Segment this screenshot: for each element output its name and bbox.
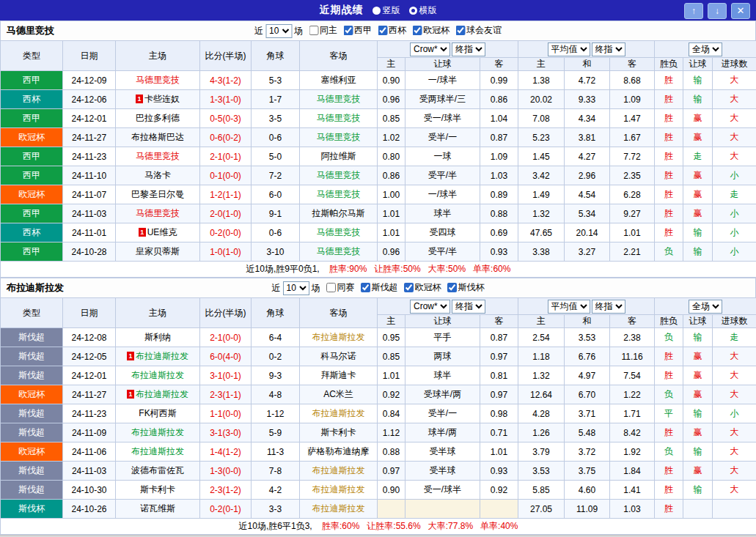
team-link[interactable]: 马德里竞技 [317,132,361,142]
summary-stat: 让胜率:50% [374,264,420,274]
date-cell: 24-12-08 [63,328,116,347]
move-up-button[interactable]: ↑ [684,3,703,19]
handicap-home-odds-cell: 1.01 [378,204,405,223]
team-link[interactable]: FK柯西斯 [139,408,176,418]
team-link[interactable]: 马德里竞技 [136,75,180,85]
team-link[interactable]: 塞维利亚 [321,75,356,85]
layout-radio-horizontal[interactable]: 横版 [409,4,437,17]
asian-result-cell: 输 [683,481,713,500]
avg-home-odds-cell: 4.28 [518,404,565,423]
avg-away-odds-cell: 11.16 [610,347,655,366]
away-team-cell: 斯卡利卡 [300,423,378,442]
filter-checkbox-slovak-cup[interactable] [447,283,457,292]
filter-same-competition[interactable]: 同赛 [326,281,355,294]
avg-home-odds-cell: 47.65 [518,223,565,242]
team-link[interactable]: 拜斯迪卡 [321,370,356,380]
layout-radio-vertical[interactable]: 竖版 [373,4,400,17]
odds-time-select[interactable]: 终指 [452,42,485,56]
team-link[interactable]: 马德里竞技 [317,94,361,104]
team-link[interactable]: 阿拉维斯 [321,151,356,161]
matches-label: 场 [312,282,320,295]
team-link[interactable]: 布拉迪斯拉发 [131,427,184,437]
avg-away-odds-cell: 1.41 [610,481,655,500]
away-team-cell: 拉斯帕尔马斯 [300,204,378,223]
summary-row: 近10场,胜6平1负3, 胜率:60%让胜率:55.6%大率:77.8%单率:4… [1,519,756,535]
scope-select[interactable]: 全场 [689,300,722,314]
team-link[interactable]: 马德里竞技 [317,227,361,237]
odds-company-select[interactable]: Crow* [410,300,450,314]
filter-same-home[interactable]: 同主 [309,24,337,37]
filter-checkbox-copa-del-rey[interactable] [378,26,387,35]
team-link[interactable]: 萨格勒布迪纳摩 [308,446,370,456]
filter-champions-league[interactable]: 欧冠杯 [412,24,449,37]
handicap-away-odds-cell: 0.88 [480,204,518,223]
handicap-away-odds-cell: 1.03 [480,166,518,185]
team-link[interactable]: 布拉迪斯拉发 [312,332,365,342]
team-link[interactable]: 斯利纳 [144,332,171,342]
team-link[interactable]: 马德里竞技 [317,170,361,180]
team-link[interactable]: 马德里竞技 [136,208,180,218]
filter-checkbox-champions-league[interactable] [404,283,414,292]
match-count-select[interactable]: 10 [283,281,309,295]
filter-checkbox-same-home[interactable] [309,26,318,35]
team-link[interactable]: 拉斯帕尔马斯 [312,208,365,218]
handicap-away-odds-cell: 0.92 [480,481,518,500]
team-link[interactable]: 布拉格斯巴达 [131,132,184,142]
filter-checkbox-same-competition[interactable] [326,283,336,292]
home-team-cell: 1卡些连奴 [116,90,200,109]
move-down-button[interactable]: ↓ [708,3,727,19]
col-odds-home: 主 [378,315,405,328]
match-count-select[interactable]: 10 [265,24,292,38]
filter-checkbox-laliga[interactable] [343,26,353,35]
odds-time-select[interactable]: 终指 [452,300,485,314]
filter-club-friendly[interactable]: 球会友谊 [455,24,502,37]
team-link[interactable]: 布拉迪斯拉发 [312,503,365,514]
close-button[interactable]: ✕ [731,3,750,19]
filter-laliga[interactable]: 西甲 [343,24,372,37]
team-link[interactable]: 布拉迪斯拉发 [131,370,184,380]
filter-slovak-super-liga[interactable]: 斯伐超 [361,281,398,294]
team-link[interactable]: 布拉迪斯拉发 [312,408,365,418]
odds-group-header: Crow*终指 [378,41,518,58]
team-link[interactable]: 马德里竞技 [317,189,361,199]
filter-checkbox-slovak-super-liga[interactable] [361,283,370,292]
team-link[interactable]: UE维克 [147,227,177,237]
goals-result-cell: 大 [713,147,756,166]
team-link[interactable]: 马德里竞技 [317,246,361,256]
average-select[interactable]: 平均值 [548,42,590,56]
team-link[interactable]: 卡些连奴 [144,94,180,104]
team-link[interactable]: 布拉迪斯拉发 [131,446,184,456]
team-link[interactable]: 巴拉多利德 [136,113,180,123]
odds-company-select[interactable]: Crow* [410,42,450,56]
team-link[interactable]: 布拉迪斯拉发 [312,484,365,495]
filter-copa-del-rey[interactable]: 西杯 [378,24,406,37]
average-select[interactable]: 平均值 [548,300,590,314]
team-link[interactable]: 科马尔诺 [321,351,356,361]
team-link[interactable]: 斯卡利卡 [321,427,356,437]
team-link[interactable]: 布拉迪斯拉发 [312,465,365,475]
average-time-select[interactable]: 终指 [592,42,625,56]
average-time-select[interactable]: 终指 [592,300,625,314]
scope-select[interactable]: 全场 [689,42,722,56]
avg-away-odds-cell: 7.54 [610,366,655,385]
team-link[interactable]: 波德布雷佐瓦 [131,465,184,475]
team-link[interactable]: AC米兰 [323,389,353,399]
filter-checkbox-champions-league[interactable] [412,26,422,35]
team-link[interactable]: 布拉迪斯拉发 [136,351,188,361]
filter-champions-league[interactable]: 欧冠杯 [404,281,441,294]
team-link[interactable]: 巴黎圣日尔曼 [131,189,184,199]
team-link[interactable]: 诺瓦维斯 [140,503,175,514]
team-link[interactable]: 斯卡利卡 [140,484,175,495]
team-link[interactable]: 马德里竞技 [136,151,180,161]
corner-cell: 9-3 [252,366,300,385]
filter-slovak-cup[interactable]: 斯伐杯 [447,281,485,294]
team-link[interactable]: 布拉迪斯拉发 [136,389,188,399]
handicap-away-odds-cell: 0.89 [480,185,518,204]
goals-result-cell: 大 [713,385,756,404]
goals-result-cell: 大 [713,423,756,442]
filter-checkbox-club-friendly[interactable] [455,26,465,35]
match-row: 欧冠杯24-11-07巴黎圣日尔曼1-2(1-1)6-0马德里竞技1.00一/球… [1,185,756,204]
team-link[interactable]: 马洛卡 [144,170,171,180]
team-link[interactable]: 皇家贝蒂斯 [136,246,180,256]
team-link[interactable]: 马德里竞技 [317,113,361,123]
